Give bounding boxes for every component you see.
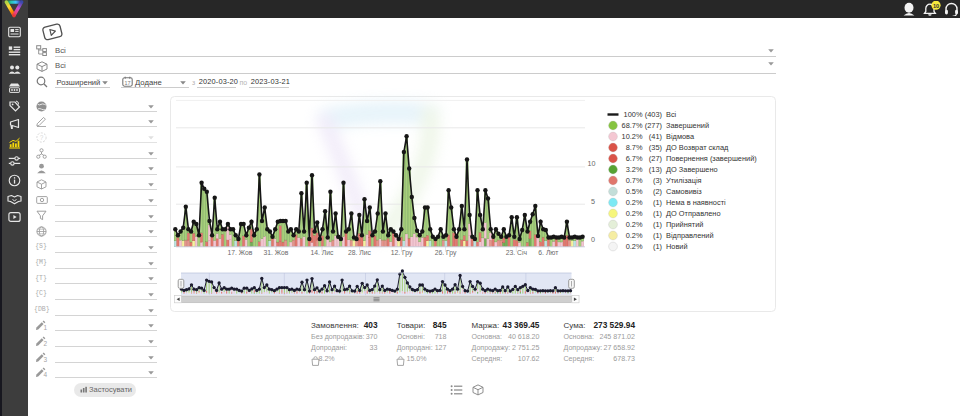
svg-text:(1): (1) — [653, 220, 662, 229]
svg-text:17. Жов: 17. Жов — [228, 249, 253, 256]
svg-text:100%: 100% — [624, 110, 643, 119]
svg-text:ДО Возврат склад: ДО Возврат склад — [666, 143, 729, 152]
svg-text:0.7%: 0.7% — [626, 176, 643, 185]
svg-text:Завершений: Завершений — [666, 121, 709, 130]
svg-text:Нема в наявності: Нема в наявності — [666, 198, 726, 207]
svg-text:0.2%: 0.2% — [626, 231, 643, 240]
svg-text:ДО Отправлено: ДО Отправлено — [666, 209, 721, 218]
svg-text:(2): (2) — [653, 187, 662, 196]
svg-text:31. Жов: 31. Жов — [264, 249, 289, 256]
svg-text:(3): (3) — [653, 176, 662, 185]
svg-text:Всі: Всі — [666, 110, 677, 119]
svg-text:(35): (35) — [649, 143, 662, 152]
svg-text:Відмова: Відмова — [666, 132, 695, 141]
svg-text:Утилізація: Утилізація — [666, 176, 702, 185]
svg-text:0: 0 — [591, 235, 595, 244]
svg-text:0.2%: 0.2% — [626, 220, 643, 229]
svg-text:12. Гру: 12. Гру — [391, 249, 413, 257]
svg-text:10.2%: 10.2% — [622, 132, 643, 141]
svg-text:26. Гру: 26. Гру — [435, 249, 457, 257]
svg-text:(1): (1) — [653, 242, 662, 251]
svg-text:5: 5 — [591, 197, 595, 206]
svg-text:(13): (13) — [649, 165, 662, 174]
svg-text:68.7%: 68.7% — [622, 121, 643, 130]
svg-text:0.2%: 0.2% — [626, 242, 643, 251]
svg-text:23. Січ: 23. Січ — [506, 249, 528, 256]
svg-text:6.7%: 6.7% — [626, 154, 643, 163]
svg-text:6. Лют: 6. Лют — [538, 249, 558, 256]
svg-text:14. Лис: 14. Лис — [311, 249, 335, 256]
svg-text:8.7%: 8.7% — [626, 143, 643, 152]
svg-text:3.2%: 3.2% — [626, 165, 643, 174]
svg-text:Відправлений: Відправлений — [666, 231, 714, 240]
svg-text:Новий: Новий — [666, 242, 688, 251]
svg-text:ДО Завершено: ДО Завершено — [666, 165, 718, 174]
svg-text:0.5%: 0.5% — [626, 187, 643, 196]
svg-text:(1): (1) — [653, 231, 662, 240]
svg-text:(277): (277) — [645, 121, 662, 130]
svg-text:10: 10 — [588, 159, 596, 168]
svg-text:(27): (27) — [649, 154, 662, 163]
svg-text:0.2%: 0.2% — [626, 198, 643, 207]
svg-text:(41): (41) — [649, 132, 662, 141]
svg-text:Повернення (завершений): Повернення (завершений) — [666, 154, 757, 163]
svg-text:0.2%: 0.2% — [626, 209, 643, 218]
svg-text:(403): (403) — [645, 110, 662, 119]
svg-text:(1): (1) — [653, 198, 662, 207]
svg-text:Самовивіз: Самовивіз — [666, 187, 702, 196]
svg-text:Прийнятий: Прийнятий — [666, 220, 703, 229]
svg-text:(1): (1) — [653, 209, 662, 218]
svg-text:28. Лис: 28. Лис — [348, 249, 372, 256]
